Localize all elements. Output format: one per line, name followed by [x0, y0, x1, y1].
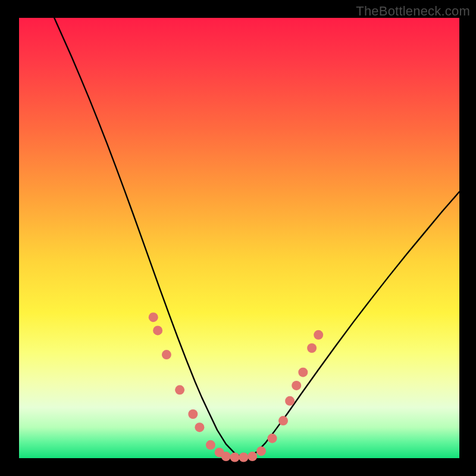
data-marker	[175, 385, 184, 394]
data-marker	[248, 452, 257, 461]
data-marker	[239, 453, 248, 462]
chart-svg	[0, 0, 476, 476]
data-marker	[278, 416, 288, 425]
data-marker	[307, 343, 317, 353]
data-marker	[314, 330, 323, 340]
data-marker	[268, 434, 277, 443]
chart-stage: TheBottleneck.com	[0, 0, 476, 476]
data-marker	[206, 440, 215, 450]
data-marker	[162, 350, 171, 359]
data-marker	[298, 368, 308, 377]
data-marker	[153, 325, 162, 335]
data-marker	[188, 409, 198, 419]
data-marker	[230, 453, 240, 462]
plot-background	[19, 18, 459, 458]
data-marker	[285, 396, 295, 406]
data-marker	[149, 312, 158, 322]
data-marker	[256, 446, 266, 456]
data-marker	[292, 381, 301, 390]
data-marker	[195, 422, 204, 432]
data-marker	[221, 452, 231, 461]
